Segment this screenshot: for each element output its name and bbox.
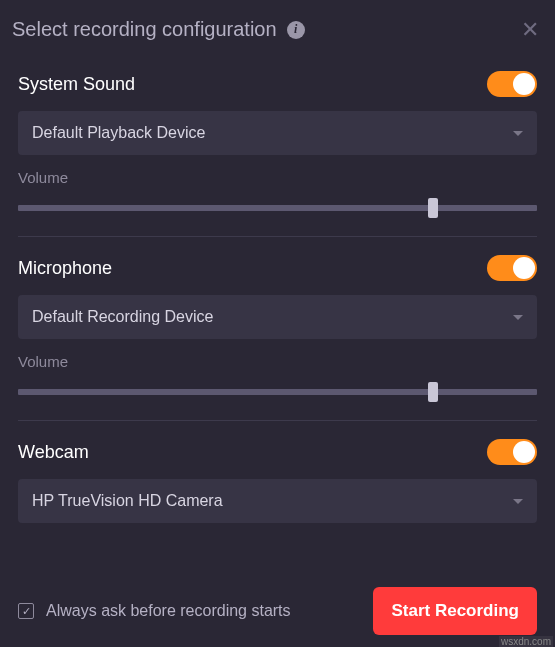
system-sound-title: System Sound <box>18 74 135 95</box>
chevron-down-icon <box>513 315 523 320</box>
system-sound-volume-label: Volume <box>18 169 537 186</box>
system-sound-toggle[interactable] <box>487 71 537 97</box>
always-ask-label: Always ask before recording starts <box>46 602 361 620</box>
dialog-header: Select recording configuration i ✕ <box>0 0 555 53</box>
dialog-footer: ✓ Always ask before recording starts Sta… <box>0 571 555 647</box>
microphone-title: Microphone <box>18 258 112 279</box>
chevron-down-icon <box>513 499 523 504</box>
divider <box>18 236 537 237</box>
webcam-toggle[interactable] <box>487 439 537 465</box>
webcam-title: Webcam <box>18 442 89 463</box>
always-ask-checkbox[interactable]: ✓ <box>18 603 34 619</box>
watermark: wsxdn.com <box>499 636 553 647</box>
system-sound-volume-slider[interactable] <box>18 198 537 218</box>
microphone-volume-slider[interactable] <box>18 382 537 402</box>
close-icon[interactable]: ✕ <box>521 19 539 41</box>
dialog-title: Select recording configuration <box>12 18 277 41</box>
system-sound-device-value: Default Playback Device <box>32 124 205 142</box>
webcam-device-dropdown[interactable]: HP TrueVision HD Camera <box>18 479 537 523</box>
webcam-device-value: HP TrueVision HD Camera <box>32 492 223 510</box>
microphone-device-dropdown[interactable]: Default Recording Device <box>18 295 537 339</box>
start-recording-button[interactable]: Start Recording <box>373 587 537 635</box>
chevron-down-icon <box>513 131 523 136</box>
microphone-section: Microphone Default Recording Device Volu… <box>0 255 555 402</box>
info-icon[interactable]: i <box>287 21 305 39</box>
system-sound-device-dropdown[interactable]: Default Playback Device <box>18 111 537 155</box>
system-sound-section: System Sound Default Playback Device Vol… <box>0 71 555 218</box>
webcam-section: Webcam HP TrueVision HD Camera <box>0 439 555 523</box>
divider <box>18 420 537 421</box>
microphone-volume-label: Volume <box>18 353 537 370</box>
microphone-toggle[interactable] <box>487 255 537 281</box>
microphone-device-value: Default Recording Device <box>32 308 213 326</box>
